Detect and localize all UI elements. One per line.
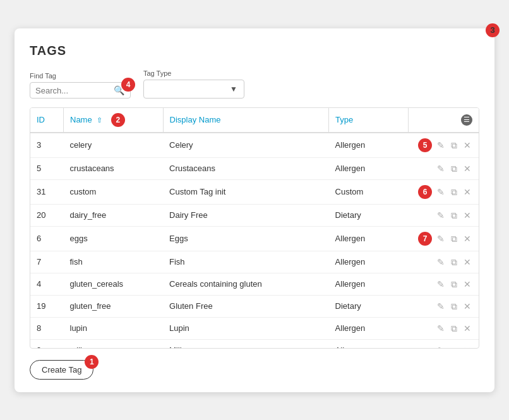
cell-name: custom: [64, 179, 164, 204]
col-header-name[interactable]: Name ⇧ 2: [64, 108, 164, 133]
edit-button[interactable]: ✎: [436, 323, 446, 334]
cell-display-name: Fish: [163, 251, 329, 273]
copy-button[interactable]: ⧉: [450, 323, 458, 334]
copy-button[interactable]: ⧉: [450, 279, 458, 290]
delete-button[interactable]: ✕: [462, 210, 472, 221]
delete-button[interactable]: ✕: [462, 163, 472, 174]
col-header-actions: ☰: [409, 108, 479, 133]
delete-button[interactable]: ✕: [462, 256, 472, 268]
tag-type-label: Tag Type: [143, 69, 244, 77]
cell-id: 19: [30, 295, 64, 317]
col-header-id[interactable]: ID: [30, 108, 64, 133]
cell-actions: 5 ✎ ⧉ ✕: [409, 133, 479, 158]
cell-name: celery: [64, 133, 164, 158]
table-row: 6 eggs Eggs Allergen 7 ✎ ⧉ ✕: [30, 226, 479, 251]
tags-table: ID Name ⇧ 2 Display Name: [30, 108, 479, 348]
cell-type: Dietary: [329, 295, 409, 317]
cell-name: lupin: [64, 317, 164, 339]
cell-actions: ✎ ⧉ ✕: [409, 273, 479, 295]
cell-name: gluten_free: [64, 295, 164, 317]
table-row: 31 custom Custom Tag init Custom 6 ✎ ⧉ ✕: [30, 179, 479, 204]
cell-type: Allergen: [329, 273, 409, 295]
footer: Create Tag 1: [30, 360, 479, 380]
cell-display-name: Dairy Free: [163, 204, 329, 226]
cell-id: 6: [30, 226, 64, 251]
badge-5: 5: [418, 138, 432, 152]
sort-asc-icon: ⇧: [97, 116, 102, 124]
delete-button[interactable]: ✕: [462, 279, 472, 290]
edit-button[interactable]: ✎: [436, 345, 446, 348]
delete-button[interactable]: ✕: [462, 140, 472, 151]
cell-display-name: Custom Tag init: [163, 179, 329, 204]
edit-button[interactable]: ✎: [436, 163, 446, 174]
cell-id: 20: [30, 204, 64, 226]
col-header-display-name[interactable]: Display Name: [163, 108, 329, 133]
table-row: 7 fish Fish Allergen ✎ ⧉ ✕: [30, 251, 479, 273]
copy-button[interactable]: ⧉: [450, 301, 458, 312]
edit-button[interactable]: ✎: [436, 186, 446, 198]
table-row: 20 dairy_free Dairy Free Dietary ✎ ⧉ ✕: [30, 204, 479, 226]
cell-id: 4: [30, 273, 64, 295]
copy-button[interactable]: ⧉: [450, 345, 458, 348]
edit-button[interactable]: ✎: [436, 140, 446, 151]
cell-type: Allergen: [329, 157, 409, 179]
table-row: 3 celery Celery Allergen 5 ✎ ⧉ ✕: [30, 133, 479, 158]
edit-button[interactable]: ✎: [436, 210, 446, 221]
cell-id: 8: [30, 317, 64, 339]
col-header-type[interactable]: Type: [329, 108, 409, 133]
copy-button[interactable]: ⧉: [450, 140, 458, 151]
badge-3: 3: [486, 23, 500, 37]
cell-name: dairy_free: [64, 204, 164, 226]
cell-display-name: Milk: [163, 339, 329, 348]
edit-button[interactable]: ✎: [436, 233, 446, 244]
delete-button[interactable]: ✕: [462, 345, 472, 348]
copy-button[interactable]: ⧉: [450, 163, 458, 174]
cell-type: Allergen: [329, 339, 409, 348]
cell-type: Allergen: [329, 133, 409, 158]
tags-table-container: ID Name ⇧ 2 Display Name: [30, 107, 479, 349]
edit-button[interactable]: ✎: [436, 279, 446, 290]
badge-6: 6: [418, 185, 432, 199]
copy-button[interactable]: ⧉: [450, 256, 458, 268]
cell-name: gluten_cereals: [64, 273, 164, 295]
cell-display-name: Lupin: [163, 317, 329, 339]
cell-actions: ✎ ⧉ ✕: [409, 204, 479, 226]
copy-button[interactable]: ⧉: [450, 210, 458, 221]
controls-row: Find Tag 🔍 4 Tag Type ▼ 3: [30, 69, 479, 99]
cell-name: crustaceans: [64, 157, 164, 179]
delete-button[interactable]: ✕: [462, 323, 472, 334]
table-row: 9 milk Milk Allergen ✎ ⧉ ✕: [30, 339, 479, 348]
cell-actions: ✎ ⧉ ✕: [409, 157, 479, 179]
cell-actions: ✎ ⧉ ✕: [409, 317, 479, 339]
cell-name: fish: [64, 251, 164, 273]
edit-button[interactable]: ✎: [436, 256, 446, 268]
cell-display-name: Celery: [163, 133, 329, 158]
cell-name: milk: [64, 339, 164, 348]
table-scroll[interactable]: ID Name ⇧ 2 Display Name: [30, 108, 479, 348]
cell-id: 7: [30, 251, 64, 273]
cell-type: Allergen: [329, 317, 409, 339]
find-tag-label: Find Tag: [30, 72, 131, 80]
tag-type-select[interactable]: ▼ 3: [143, 80, 244, 99]
cell-id: 3: [30, 133, 64, 158]
filter-icon[interactable]: ☰: [461, 114, 472, 126]
cell-display-name: Eggs: [163, 226, 329, 251]
cell-type: Custom: [329, 179, 409, 204]
table-body: 3 celery Celery Allergen 5 ✎ ⧉ ✕ 5 crust…: [30, 133, 479, 348]
delete-button[interactable]: ✕: [462, 233, 472, 244]
badge-4: 4: [121, 78, 135, 92]
cell-display-name: Cereals containing gluten: [163, 273, 329, 295]
copy-button[interactable]: ⧉: [450, 233, 458, 244]
copy-button[interactable]: ⧉: [450, 186, 458, 198]
tag-type-group: Tag Type ▼ 3: [143, 69, 244, 99]
delete-button[interactable]: ✕: [462, 186, 472, 198]
chevron-down-icon: ▼: [230, 85, 237, 93]
delete-button[interactable]: ✕: [462, 301, 472, 312]
cell-id: 5: [30, 157, 64, 179]
edit-button[interactable]: ✎: [436, 301, 446, 312]
create-tag-button[interactable]: Create Tag: [30, 360, 93, 380]
cell-actions: ✎ ⧉ ✕: [409, 339, 479, 348]
cell-id: 31: [30, 179, 64, 204]
cell-name: eggs: [64, 226, 164, 251]
search-input[interactable]: [35, 86, 111, 95]
